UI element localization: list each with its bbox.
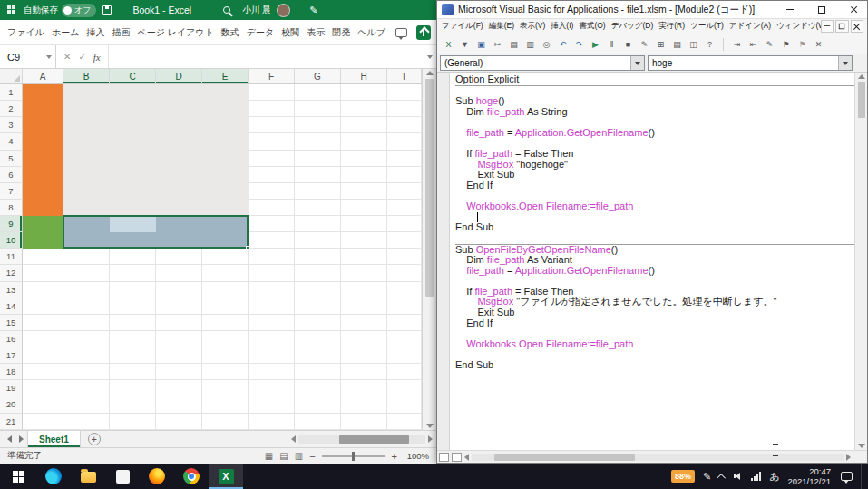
row-header-13[interactable]: 13 (0, 282, 23, 298)
cell-C2[interactable] (110, 101, 156, 117)
cell-G5[interactable] (295, 151, 341, 167)
cell-H4[interactable] (341, 133, 387, 150)
code-line-4[interactable]: Dim file_path As String (455, 107, 854, 118)
cell-E5[interactable] (202, 151, 249, 167)
cell-F19[interactable] (249, 380, 295, 396)
cell-E4[interactable] (202, 133, 249, 150)
scroll-down-icon[interactable] (426, 424, 434, 428)
row-header-11[interactable]: 11 (0, 249, 23, 265)
cell-G7[interactable] (295, 183, 341, 200)
cell-C14[interactable] (110, 298, 156, 315)
cell-A4[interactable] (23, 133, 63, 150)
avatar[interactable] (277, 4, 290, 17)
cell-E21[interactable] (202, 414, 249, 430)
cell-E18[interactable] (202, 364, 249, 380)
cell-I7[interactable] (387, 183, 422, 200)
cell-I6[interactable] (387, 167, 422, 183)
cell-B3[interactable] (63, 117, 110, 133)
cell-H1[interactable] (341, 84, 387, 101)
cell-H3[interactable] (341, 117, 387, 133)
cell-I9[interactable] (387, 216, 422, 232)
scroll-up-icon[interactable] (858, 74, 865, 79)
cell-B2[interactable] (63, 101, 110, 117)
cell-D1[interactable] (156, 84, 202, 101)
cell-I14[interactable] (387, 298, 422, 315)
scroll-right-icon[interactable] (846, 454, 851, 461)
sheet-vertical-scrollbar[interactable] (422, 69, 436, 430)
procedure-view-button[interactable] (439, 453, 449, 462)
autosave-switch[interactable]: オフ (62, 4, 96, 17)
toolbar-next-bookmark-icon[interactable]: ⚑ (795, 37, 810, 52)
code-line-28[interactable]: End Sub (455, 360, 854, 371)
cell-C20[interactable] (110, 396, 156, 413)
column-header-c[interactable]: C (110, 69, 156, 83)
code-line-23[interactable]: Exit Sub (455, 308, 854, 318)
cell-I3[interactable] (387, 117, 422, 133)
cell-A19[interactable] (23, 380, 63, 396)
cell-B15[interactable] (63, 315, 110, 331)
taskbar-app-edge[interactable] (36, 464, 71, 489)
ribbon-tab-home[interactable]: ホーム (48, 26, 83, 39)
cell-I17[interactable] (387, 347, 422, 364)
cell-F16[interactable] (249, 331, 295, 347)
minimize-button[interactable] (776, 1, 804, 19)
page-layout-view-icon[interactable]: ▤ (279, 451, 288, 461)
status-mode[interactable]: 準備完了 (7, 450, 42, 462)
cell-C19[interactable] (110, 380, 156, 396)
row-header-9[interactable]: 9 (0, 216, 23, 232)
cell-B5[interactable] (63, 151, 110, 167)
toolbar-comment-block-icon[interactable]: ✎ (762, 37, 777, 52)
cell-H10[interactable] (341, 232, 387, 249)
child-minimize-icon[interactable] (821, 20, 834, 33)
horizontal-scroll-thumb[interactable] (339, 435, 409, 444)
cell-B14[interactable] (63, 298, 110, 315)
row-header-18[interactable]: 18 (0, 364, 23, 380)
row-header-8[interactable]: 8 (0, 200, 23, 216)
cell-B1[interactable] (63, 84, 110, 101)
cell-D19[interactable] (156, 380, 202, 396)
menu-file[interactable]: ファイル(F) (439, 21, 486, 32)
code-line-6[interactable]: file_path = Application.GetOpenFilename(… (455, 128, 854, 139)
cell-A1[interactable] (23, 84, 63, 101)
cell-F18[interactable] (249, 364, 295, 380)
cell-H8[interactable] (341, 200, 387, 216)
chevron-up-icon[interactable] (717, 473, 726, 482)
code-vertical-scrollbar[interactable] (854, 73, 867, 450)
comments-icon[interactable] (395, 28, 407, 37)
cell-G8[interactable] (295, 200, 341, 216)
scroll-up-icon[interactable] (426, 71, 434, 75)
sheet-horizontal-scrollbar[interactable] (291, 435, 436, 444)
toolbar-redo-icon[interactable]: ↷ (571, 37, 587, 52)
cell-C18[interactable] (110, 364, 156, 380)
cell-I16[interactable] (387, 331, 422, 347)
cell-B16[interactable] (63, 331, 110, 347)
speaker-icon[interactable] (734, 472, 743, 481)
cell-F17[interactable] (249, 347, 295, 364)
ribbon-tab-insert[interactable]: 挿入 (83, 26, 108, 39)
scroll-left-icon[interactable] (291, 435, 296, 443)
autosave-toggle[interactable]: 自動保存 オフ (24, 4, 96, 17)
code-line-24[interactable]: End If (455, 318, 854, 329)
cell-H20[interactable] (341, 396, 387, 413)
cell-A8[interactable] (23, 200, 63, 216)
menu-window[interactable]: ウィンドウ(W) (774, 21, 821, 32)
cell-I15[interactable] (387, 315, 422, 331)
row-header-3[interactable]: 3 (0, 117, 23, 133)
zoom-out-button[interactable]: − (309, 451, 315, 462)
child-close-icon[interactable] (851, 20, 863, 33)
cell-H2[interactable] (341, 101, 387, 117)
cell-F11[interactable] (249, 249, 295, 265)
ribbon-tab-page-layout[interactable]: ページ レイアウト (133, 26, 217, 39)
zoom-slider-thumb[interactable] (352, 452, 355, 461)
cell-A16[interactable] (23, 331, 63, 347)
cell-I8[interactable] (387, 200, 422, 216)
menu-insert[interactable]: 挿入(I) (548, 21, 576, 32)
row-header-1[interactable]: 1 (0, 84, 23, 101)
code-line-14[interactable] (455, 212, 854, 223)
formula-bar-expand-icon[interactable] (424, 45, 436, 68)
name-box[interactable]: C9 (0, 45, 56, 68)
cell-E2[interactable] (202, 101, 249, 117)
action-center-icon[interactable] (841, 472, 853, 481)
zoom-in-button[interactable]: + (392, 451, 397, 462)
cell-F10[interactable] (249, 232, 295, 249)
